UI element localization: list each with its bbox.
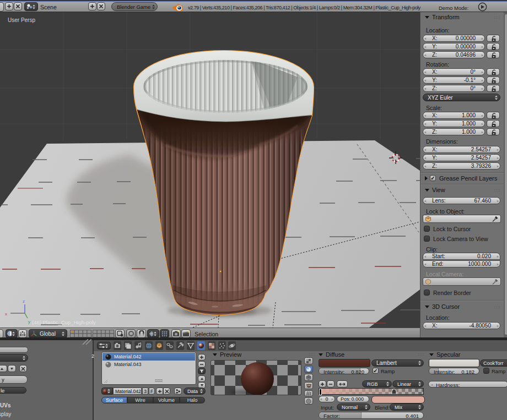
svg-text:x: x bbox=[5, 312, 7, 317]
svg-text:User Persp: User Persp bbox=[8, 17, 35, 23]
svg-text:(46) Plastic_Cup_High-poly: (46) Plastic_Cup_High-poly bbox=[32, 319, 96, 325]
svg-text:z: z bbox=[23, 299, 25, 304]
svg-text:y: y bbox=[28, 319, 30, 324]
